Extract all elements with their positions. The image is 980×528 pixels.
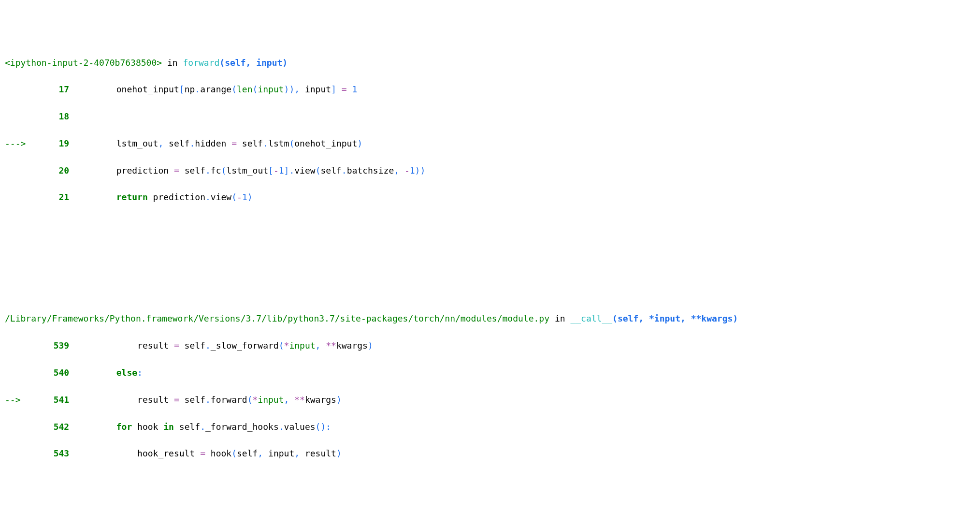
gutter — [5, 110, 33, 123]
line-number: 543 — [33, 447, 70, 460]
traceback-frame-0: <ipython-input-2-4070b7638500> in forwar… — [5, 43, 975, 218]
code: result = self.forward(*input, **kwargs) — [69, 395, 342, 405]
line-number: 21 — [33, 191, 70, 204]
frame-sig: (self, input) — [219, 58, 288, 68]
code-line: 540 else: — [5, 366, 975, 380]
code-line: 21 return prediction.view(-1) — [5, 191, 975, 204]
code — [69, 111, 74, 121]
code: prediction = self.fc(lstm_out[-1].view(s… — [69, 165, 425, 176]
code: result = self._slow_forward(*input, **kw… — [69, 340, 373, 351]
gutter — [5, 83, 33, 96]
frame-location: /Library/Frameworks/Python.framework/Ver… — [5, 312, 975, 325]
gutter — [5, 420, 33, 434]
code-line-current: -->541 result = self.forward(*input, **k… — [5, 393, 975, 407]
code-line: 20 prediction = self.fc(lstm_out[-1].vie… — [5, 164, 975, 177]
gutter — [5, 366, 33, 380]
traceback-frame-1: /Library/Frameworks/Python.framework/Ver… — [5, 299, 975, 474]
blank-line — [5, 245, 975, 258]
frame-func: forward — [183, 58, 219, 68]
gutter — [5, 447, 33, 460]
gutter — [5, 164, 33, 177]
code-line: 542 for hook in self._forward_hooks.valu… — [5, 420, 975, 434]
line-number: 20 — [33, 164, 70, 177]
code: else: — [69, 367, 143, 378]
python-traceback: <ipython-input-2-4070b7638500> in forwar… — [0, 0, 980, 528]
code: return prediction.view(-1) — [69, 192, 252, 202]
code: onehot_input[np.arange(len(input)), inpu… — [69, 84, 357, 94]
code-line: 17 onehot_input[np.arange(len(input)), i… — [5, 83, 975, 96]
line-number: 539 — [33, 339, 70, 352]
in-keyword: in — [162, 58, 183, 68]
arrow-indicator: --> — [5, 393, 33, 407]
frame-func: __call__ — [570, 313, 612, 323]
line-number: 18 — [33, 110, 70, 123]
line-number: 541 — [33, 393, 70, 407]
arrow-indicator: ---> — [5, 137, 33, 150]
line-number: 19 — [33, 137, 70, 150]
line-number: 542 — [33, 420, 70, 434]
frame-location: <ipython-input-2-4070b7638500> in forwar… — [5, 56, 975, 70]
line-number: 17 — [33, 83, 70, 96]
frame-sig: (self, *input, **kwargs) — [612, 313, 738, 323]
code: hook_result = hook(self, input, result) — [69, 448, 342, 458]
code: lstm_out, self.hidden = self.lstm(onehot… — [69, 138, 362, 148]
frame-path: <ipython-input-2-4070b7638500> — [5, 58, 162, 68]
code-line: 543 hook_result = hook(self, input, resu… — [5, 447, 975, 460]
code-line: 539 result = self._slow_forward(*input, … — [5, 339, 975, 352]
code: for hook in self._forward_hooks.values()… — [69, 422, 331, 432]
in-keyword: in — [549, 313, 570, 323]
blank-line — [5, 501, 975, 514]
line-number: 540 — [33, 366, 70, 380]
gutter — [5, 339, 33, 352]
gutter — [5, 191, 33, 204]
code-line-current: --->19 lstm_out, self.hidden = self.lstm… — [5, 137, 975, 150]
frame-path: /Library/Frameworks/Python.framework/Ver… — [5, 313, 549, 323]
code-line: 18 — [5, 110, 975, 123]
